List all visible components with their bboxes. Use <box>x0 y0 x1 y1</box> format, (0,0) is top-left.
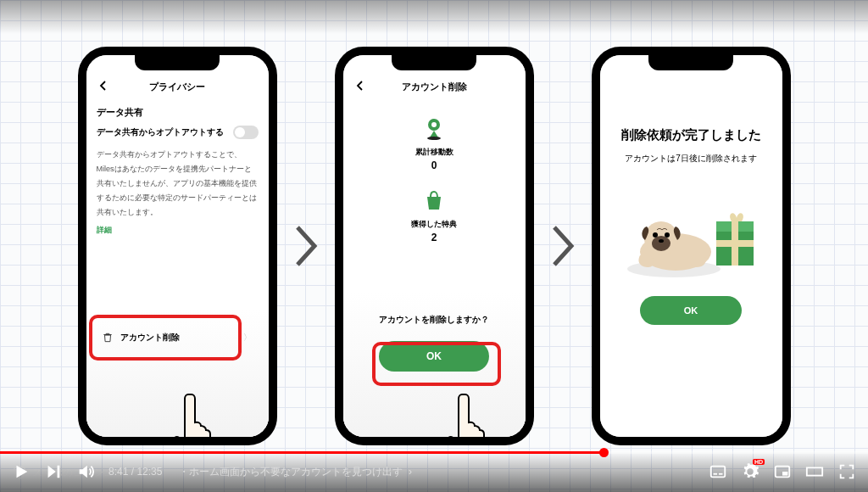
video-controls: 8:41 / 12:35 ・ホーム画面から不要なアカウントを見つけ出す › <box>0 451 868 492</box>
optout-label: データ共有からオプトアウトする <box>97 126 224 138</box>
header: アカウント削除 <box>343 74 526 99</box>
delete-account-label: アカウント削除 <box>120 332 180 344</box>
phone-delete-confirm: アカウント削除 累計移動数 0 獲得した特典 2 アカウントを削除しますか？ O… <box>335 47 534 445</box>
stat-trips-value: 0 <box>343 159 526 171</box>
stat-rewards-label: 獲得した特典 <box>343 219 526 230</box>
pug-gift-illustration <box>615 186 767 288</box>
screen-complete: 削除依頼が完了しました アカウントは7日後に削除されます <box>600 55 782 437</box>
chapter-link[interactable]: ・ホーム画面から不要なアカウントを見つけ出す › <box>179 465 412 479</box>
stat-rewards-value: 2 <box>343 232 526 243</box>
svg-rect-18 <box>782 472 787 476</box>
progress-fill <box>0 451 604 454</box>
section-label: データ共有 <box>86 99 269 122</box>
svg-point-10 <box>652 236 670 251</box>
chevron-right-icon: 〉 <box>243 332 252 344</box>
svg-point-12 <box>665 232 670 238</box>
svg-rect-6 <box>716 240 754 247</box>
back-button[interactable] <box>95 77 112 94</box>
top-shadow <box>0 0 868 34</box>
chevron-left-icon <box>355 81 365 91</box>
bag-icon <box>422 188 446 212</box>
notch <box>392 55 476 70</box>
theater-button[interactable] <box>805 462 824 481</box>
fullscreen-button[interactable] <box>837 462 856 481</box>
page-title: アカウント削除 <box>402 81 467 93</box>
svg-point-13 <box>659 239 664 243</box>
play-button[interactable] <box>12 462 31 481</box>
svg-point-11 <box>653 232 658 238</box>
optout-row: データ共有からオプトアウトする <box>86 122 269 143</box>
next-button[interactable] <box>44 462 63 481</box>
phone-privacy: プライバシー データ共有 データ共有からオプトアウトする データ共有からオプトア… <box>78 47 277 445</box>
ok-button[interactable]: OK <box>640 296 742 325</box>
stats-body: 累計移動数 0 獲得した特典 2 <box>343 99 526 243</box>
chevron-left-icon <box>98 81 108 91</box>
svg-rect-19 <box>807 467 822 475</box>
miniplayer-button[interactable] <box>773 462 792 481</box>
arrow-next-icon <box>294 226 318 266</box>
settings-button[interactable] <box>741 462 760 481</box>
notch <box>648 55 733 70</box>
page-title: プライバシー <box>149 81 205 93</box>
screen-delete: アカウント削除 累計移動数 0 獲得した特典 2 アカウントを削除しますか？ O… <box>343 55 526 437</box>
progress-bar[interactable] <box>0 451 868 454</box>
screen-privacy: プライバシー データ共有 データ共有からオプトアウトする データ共有からオプトア… <box>86 55 269 437</box>
bottom-panel: アカウント削除 〉 <box>86 310 269 437</box>
tutorial-stage: プライバシー データ共有 データ共有からオプトアウトする データ共有からオプトア… <box>0 0 868 492</box>
svg-rect-14 <box>711 467 726 478</box>
location-icon <box>422 116 446 140</box>
optout-toggle[interactable] <box>233 126 259 139</box>
complete-subtitle: アカウントは7日後に削除されます <box>600 153 782 165</box>
complete-title: 削除依頼が完了しました <box>600 74 782 153</box>
notch <box>135 55 220 70</box>
details-link[interactable]: 詳細 <box>86 225 269 243</box>
time-display: 8:41 / 12:35 <box>108 466 162 478</box>
subtitles-button[interactable] <box>709 462 727 481</box>
svg-point-2 <box>427 137 441 140</box>
back-button[interactable] <box>352 77 369 94</box>
ok-button[interactable]: OK <box>379 341 489 372</box>
svg-rect-16 <box>719 473 723 475</box>
trash-icon <box>102 332 114 344</box>
stat-trips-label: 累計移動数 <box>343 147 526 158</box>
confirm-text: アカウントを削除しますか？ <box>343 293 526 326</box>
phone-complete: 削除依頼が完了しました アカウントは7日後に削除されます <box>592 47 791 445</box>
optout-description: データ共有からオプトアウトすることで、Milesはあなたのデータを提携先パートナ… <box>86 143 269 225</box>
volume-button[interactable] <box>76 462 95 481</box>
arrow-next-icon <box>551 226 575 266</box>
delete-account-row[interactable]: アカウント削除 〉 <box>93 320 262 355</box>
confirm-panel: アカウントを削除しますか？ OK <box>343 293 526 437</box>
header: プライバシー <box>86 74 269 99</box>
svg-point-1 <box>431 122 437 127</box>
svg-rect-15 <box>714 473 718 475</box>
